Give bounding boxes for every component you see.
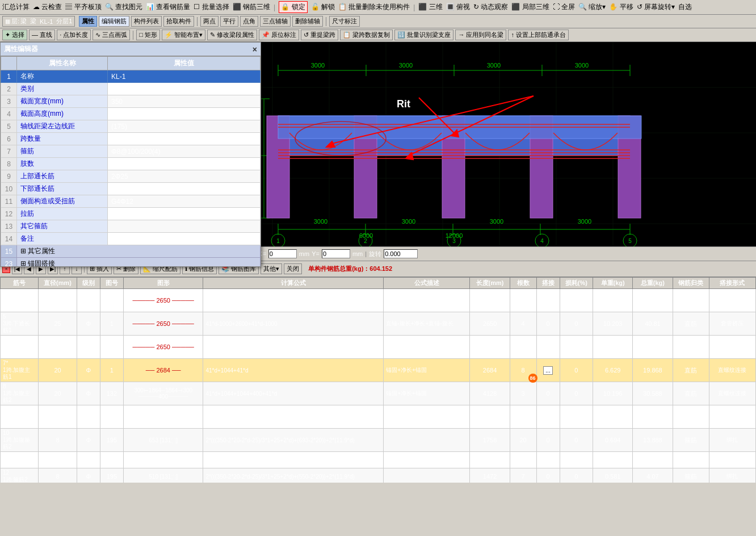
rotate-input[interactable]	[384, 249, 418, 258]
data-table-container[interactable]: 筋号 直径(mm) 级别 图号 图形 计算公式 公式描述 长度(mm) 根数 搭…	[0, 277, 756, 483]
attr-row-14[interactable]: 14 备注	[1, 233, 261, 245]
del-aux-btn[interactable]: 删除辅轴	[292, 16, 323, 27]
set-upper-btn[interactable]: ↑ 设置上部筋通承台	[508, 30, 569, 40]
origin-label-btn[interactable]: 📌 原位标注	[259, 30, 299, 40]
y-input[interactable]	[322, 249, 350, 258]
attr-row-value[interactable]	[108, 220, 261, 233]
attr-row-11[interactable]: 11 侧面构造或受扭筋 G4Φ12	[1, 195, 261, 208]
pick-comp-btn[interactable]: 拾取构件	[163, 16, 194, 27]
menu-pan[interactable]: ✋ 平移	[609, 2, 633, 12]
menu-lock[interactable]: 🔒 锁定	[279, 1, 307, 13]
attr-row-value[interactable]: 2Φ25	[108, 170, 261, 183]
menu-batch[interactable]: ☐ 批量选择	[194, 2, 229, 12]
menu-local-3d[interactable]: ⬛ 局部三维	[511, 2, 549, 12]
weight-label: 单构件钢筋总重(kg)：604.152	[308, 265, 392, 273]
two-point-btn[interactable]: 两点	[200, 16, 219, 27]
menu-fullscreen[interactable]: ⛶ 全屏	[553, 2, 575, 12]
attr-row-value[interactable]	[108, 233, 261, 245]
close-panel-btn[interactable]: 关闭	[284, 263, 302, 274]
edit-rebar-btn[interactable]: 编辑钢筋	[99, 16, 129, 27]
menu-align[interactable]: ▤ 平齐板顶	[65, 2, 101, 12]
x-input[interactable]	[268, 249, 297, 258]
rect-btn[interactable]: □ 矩形	[136, 30, 160, 40]
attr-row-3[interactable]: 3 截面宽度(mm) 350	[1, 95, 261, 108]
menu-rotate-screen[interactable]: ↺ 屏幕旋转▾	[637, 2, 675, 12]
menu-3d[interactable]: ⬛ 三维	[418, 2, 442, 12]
attr-row-4[interactable]: 4 截面高度(mm) 550	[1, 108, 261, 120]
menu-orbit[interactable]: ↻ 动态观察	[473, 2, 508, 12]
attr-row-5[interactable]: 5 轴线距梁左边线距 (175)	[1, 120, 261, 133]
attr-row-name: 名称	[17, 70, 108, 83]
attr-row-value[interactable]: 4	[108, 158, 261, 170]
menu-summary[interactable]: 汇总计算	[2, 2, 30, 12]
menu-batch-del[interactable]: 📋 批量删除未使用构件	[338, 2, 410, 12]
table-row[interactable]: 81跨.加腹主筋2 20 Φ 132 300⊢1864─1864⊣300────…	[1, 382, 756, 405]
mod-seg-btn[interactable]: ✎ 修改梁段属性	[207, 30, 257, 40]
attr-row-8[interactable]: 8 肢数 4	[1, 158, 261, 170]
menu-find[interactable]: 🔍 查找图元	[105, 2, 142, 12]
attr-row-value[interactable]: KL-1	[108, 70, 261, 83]
menu-rebar[interactable]: 📊 查看钢筋量	[146, 2, 190, 12]
table-row[interactable]: 91跨.加腹箍筋1 8 Φ 195 653 [310⬚] 2*((350-2*2…	[1, 405, 756, 429]
line-btn[interactable]: — 直线	[29, 30, 55, 40]
attr-btn[interactable]: 属性	[79, 16, 97, 27]
attr-row-value[interactable]: 4Φ25	[108, 183, 261, 195]
attr-row-7[interactable]: 7 箍筋 Φ8@100/200(4)	[1, 145, 261, 158]
re-extract-btn[interactable]: ↺ 重提梁跨	[301, 30, 338, 40]
attr-scroll-area[interactable]: 属性名称 属性值 1 名称 KL-1 2 类别	[1, 56, 261, 266]
other-btn[interactable]: 其他▾	[261, 263, 282, 274]
attr-row-value[interactable]: (175)	[108, 120, 261, 133]
table-row[interactable]: 111跨.箍筋1 8 Φ 195 510 [310⬚] 2*((350-2*20…	[1, 452, 756, 468]
apply-same-btn[interactable]: → 应用到同名梁	[455, 30, 506, 40]
smart-layout-btn[interactable]: ⚡ 智能布置▾	[162, 30, 205, 40]
copy-span-btn[interactable]: 📋 梁跨数据复制	[340, 30, 393, 40]
menu-zoom[interactable]: 🔍 缩放▾	[578, 2, 606, 12]
table-row-highlighted[interactable]: 7*1跨.加腹主筋1 20 Φ 1 ── 2684 ── 41*d+1044+4…	[1, 359, 756, 382]
attr-row-value[interactable]: Φ8@100/200(4)	[108, 145, 261, 158]
attr-row-value[interactable]: (Φ6)	[108, 208, 261, 220]
td-type: 直筋	[673, 312, 709, 336]
layer-value[interactable]: 梁	[20, 17, 27, 26]
table-row[interactable]: 64跨.下部钢筋1 25 Φ 1 ───── 2650 ───── 41*d-1…	[1, 336, 756, 359]
attr-section-15[interactable]: 15 ⊞ 其它属性	[1, 245, 261, 258]
attr-row-1[interactable]: 1 名称 KL-1	[1, 70, 261, 83]
attr-row-value[interactable]: G4Φ12	[108, 195, 261, 208]
point-len-btn[interactable]: · 点加长度	[57, 30, 91, 40]
attr-row-value[interactable]: 350	[108, 95, 261, 108]
menu-unlock[interactable]: 🔓 解锁	[311, 2, 335, 12]
td-type: 箍筋	[673, 429, 709, 452]
table-row[interactable]: 121跨.箍筋2 8 Φ 195 510 [131⬚] 2*(((350-2*2…	[1, 468, 756, 483]
dim-label-btn[interactable]: 尺寸标注	[329, 16, 360, 27]
attr-panel-close-btn[interactable]: ×	[253, 45, 257, 54]
table-row[interactable]: 101跨.加腹箍筋2 8 Φ 195 653 [131⬚] 2*(((350-2…	[1, 429, 756, 452]
arc-btn[interactable]: ∿ 三点画弧	[93, 30, 130, 40]
attr-row-9[interactable]: 9 上部通长筋 2Φ25	[1, 170, 261, 183]
attr-section-23[interactable]: 23 ⊞ 锚固搭接	[1, 258, 261, 267]
td-len: 2684	[470, 359, 510, 382]
point-angle-btn[interactable]: 点角	[240, 16, 258, 27]
beam-id[interactable]: KL-1	[40, 18, 53, 25]
batch-id-btn[interactable]: 🔢 批量识别梁支座	[394, 30, 453, 40]
attr-row-6[interactable]: 6 跨数量 4	[1, 133, 261, 145]
menu-3d-rebar[interactable]: ⬛ 钢筋三维	[233, 2, 270, 12]
parallel-btn[interactable]: 平行	[220, 16, 238, 27]
attr-row-2[interactable]: 2 类别 楼层框架梁	[1, 83, 261, 95]
menu-cloud[interactable]: ☁ 云检查	[33, 2, 62, 12]
edit-lap-btn[interactable]: ...	[543, 366, 552, 375]
level-value[interactable]: 分层1	[56, 17, 72, 26]
td-total-wt: 40.81	[633, 289, 673, 312]
attr-row-12[interactable]: 12 拉筋 (Φ6)	[1, 208, 261, 220]
component-list-btn[interactable]: 构件列表	[131, 16, 162, 27]
table-row[interactable]: 53跨.下通长筋1 25 Φ 1 ───── 2650 ───── 41*d-1…	[1, 312, 756, 336]
select-btn[interactable]: ✦ 选择	[2, 30, 27, 40]
menu-custom[interactable]: 自选	[678, 2, 692, 12]
layer-type[interactable]: 梁	[30, 17, 36, 26]
attr-row-value[interactable]: 楼层框架梁	[108, 83, 261, 95]
table-row[interactable]: 42跨.下通长筋1 25 Φ 1 ───── 2650 ───── 41*d-1…	[1, 289, 756, 312]
three-point-aux-btn[interactable]: 三点辅轴	[260, 16, 291, 27]
attr-row-13[interactable]: 13 其它箍筋	[1, 220, 261, 233]
menu-top-view[interactable]: 🔳 俯视	[446, 2, 470, 12]
attr-row-10[interactable]: 10 下部通长筋 4Φ25	[1, 183, 261, 195]
attr-row-value[interactable]: 550	[108, 108, 261, 120]
attr-row-value[interactable]: 4	[108, 133, 261, 145]
